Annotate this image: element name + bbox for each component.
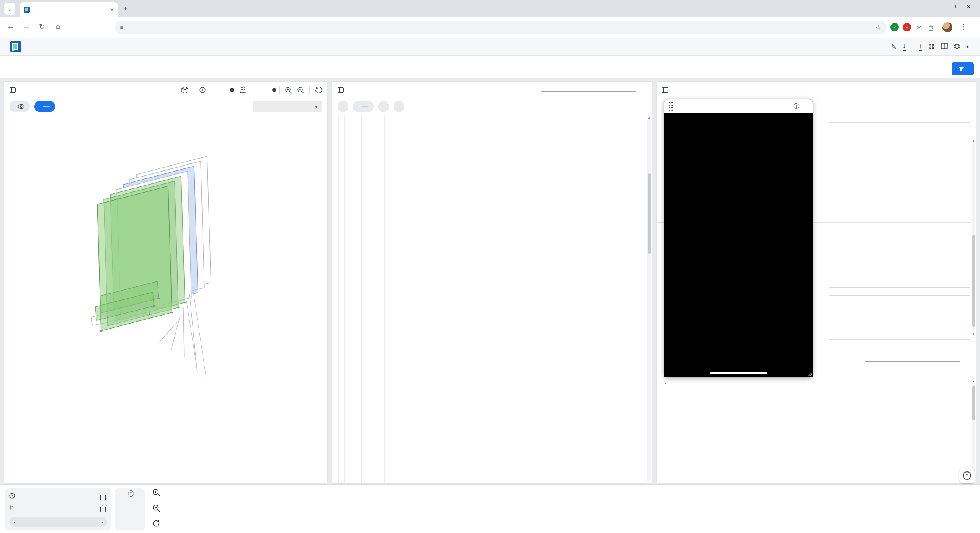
profile-avatar[interactable]: [942, 22, 952, 32]
overlay-titlebar[interactable]: ⓘ —: [664, 99, 813, 113]
timeline-filter-card: ⌃: [115, 488, 145, 530]
browser-tabstrip: ⌄ ✕ + ─ ❒ ✕: [0, 0, 980, 17]
hierarchy-tree: [332, 115, 648, 483]
displays-select[interactable]: ▼: [253, 101, 322, 112]
extensions-puzzle-icon[interactable]: [927, 23, 936, 31]
window-controls[interactable]: ─ ❒ ✕: [938, 4, 975, 10]
properties-tree: ▾: [657, 377, 973, 483]
human-time-row[interactable]: [9, 490, 107, 502]
filter-presets-button[interactable]: [952, 62, 974, 75]
scroll-to-top-button[interactable]: ⌃: [959, 468, 975, 483]
rotation-slider[interactable]: [211, 90, 235, 90]
spacing-slider[interactable]: [251, 90, 274, 90]
color-group: [829, 244, 970, 288]
next-frame-icon[interactable]: ›: [101, 519, 103, 525]
download-icon[interactable]: ↓: [903, 43, 906, 51]
bookmark-star-icon[interactable]: ☆: [875, 24, 881, 32]
properties-tree-scrollbar-thumb[interactable]: [972, 386, 975, 420]
layers-controls: ▼: [4, 98, 327, 114]
scroll-up-arrow[interactable]: ▲: [972, 139, 975, 142]
documentation-book-icon[interactable]: [941, 43, 948, 51]
destination-frame-group: [829, 188, 970, 213]
edit-pencil-icon[interactable]: ✎: [891, 43, 896, 51]
info-icon[interactable]: ⓘ: [794, 103, 799, 110]
winscope-favicon: [24, 7, 30, 13]
shortcuts-icon[interactable]: ⌘: [928, 43, 935, 51]
ignore-toggle[interactable]: [10, 101, 30, 112]
show-only-toggle[interactable]: [34, 101, 55, 112]
report-bug-icon[interactable]: [954, 43, 960, 51]
show-only-toggle[interactable]: [353, 101, 374, 112]
app-header: ✎ ↓ ↑ ⌘ ◐: [0, 38, 980, 56]
ns-time-row[interactable]: ⚐: [9, 502, 107, 513]
home-indicator: [710, 372, 767, 374]
main-content: ▼: [0, 78, 980, 484]
properties-search-input[interactable]: [865, 359, 960, 362]
forward-icon[interactable]: →: [23, 22, 30, 31]
screenshot-overlay-window[interactable]: ⓘ —: [664, 99, 813, 377]
hierarchy-scrollbar-thumb[interactable]: [648, 173, 651, 254]
filter-icon: [959, 67, 964, 71]
collapse-filter-icon[interactable]: ⌃: [128, 490, 134, 497]
properties-tree-root[interactable]: ▾: [657, 377, 973, 389]
collapse-panel-icon[interactable]: [662, 87, 668, 93]
new-tab-button[interactable]: +: [123, 5, 128, 12]
resize-grip-icon[interactable]: [807, 372, 812, 376]
layers-panel-header: [4, 82, 327, 98]
scroll-down-arrow[interactable]: ▼: [972, 332, 975, 336]
browser-toolbar: ← → ↻ ⌂ ⩨ ☆ ✓ » ✂ ⋮: [0, 17, 980, 38]
rotation-icon: [199, 87, 206, 93]
reset-view-icon[interactable]: [315, 87, 322, 94]
browser-tab[interactable]: ✕: [20, 2, 118, 17]
scroll-up-arrow[interactable]: ▲: [647, 116, 651, 119]
collapse-panel-icon[interactable]: [10, 87, 16, 93]
tab-search-button[interactable]: ⌄: [4, 3, 15, 15]
address-bar[interactable]: ⩨ ☆: [115, 21, 887, 34]
minimize-icon[interactable]: —: [803, 103, 808, 110]
home-icon[interactable]: ⌂: [56, 22, 60, 31]
hierarchy-filter-chips: [332, 98, 652, 114]
extension-icon-red[interactable]: »: [903, 23, 911, 31]
theme-toggle-icon[interactable]: ◐: [966, 43, 970, 51]
drag-handle-icon[interactable]: [669, 102, 673, 111]
timeline-canvas[interactable]: [167, 485, 980, 533]
prev-frame-icon[interactable]: ‹: [14, 519, 15, 525]
timeline-bar: ⚐ ‹ › ⌃: [0, 484, 980, 533]
reload-icon[interactable]: ↻: [39, 22, 45, 31]
back-icon[interactable]: ←: [7, 22, 14, 31]
browser-menu-icon[interactable]: ⋮: [960, 22, 967, 31]
winscope-logo: [10, 41, 21, 52]
zoom-in-icon[interactable]: [285, 87, 292, 94]
layers-panel: ▼: [4, 81, 328, 484]
timeline-reset-zoom-icon[interactable]: [152, 520, 160, 529]
zoom-out-icon[interactable]: [297, 87, 304, 94]
hierarchy-search-input[interactable]: [541, 89, 636, 92]
device-screenshot: [664, 113, 813, 377]
extension-icon-green[interactable]: ✓: [890, 23, 899, 31]
tab-close-icon[interactable]: ✕: [110, 7, 114, 13]
show-diff-toggle[interactable]: [338, 101, 348, 112]
simplify-names-toggle[interactable]: [378, 101, 389, 112]
timeline-zoom-out-icon[interactable]: [152, 504, 160, 514]
frame-step-control: ‹ ›: [9, 517, 107, 527]
3d-view-cube-icon[interactable]: [181, 86, 189, 94]
site-settings-icon[interactable]: ⩨: [120, 25, 123, 31]
layers-3d-canvas[interactable]: [4, 115, 327, 483]
timeline-zoom-in-icon[interactable]: [152, 489, 160, 498]
visibility-badge: [43, 106, 50, 107]
tree-indent-guides: [333, 115, 394, 483]
scroll-up-arrow[interactable]: ▲: [972, 379, 975, 383]
upload-icon[interactable]: ↑: [919, 43, 922, 51]
visibility-badge: [361, 106, 368, 107]
layer-spacing-icon: [240, 87, 246, 93]
chevron-down-icon: ▼: [314, 105, 318, 109]
copy-icon[interactable]: [102, 505, 107, 510]
hierarchy-panel-header: [332, 82, 652, 98]
collapse-panel-icon[interactable]: [338, 87, 344, 93]
clock-icon: [9, 493, 15, 500]
copy-icon[interactable]: [102, 494, 107, 499]
extension-icon-scissors[interactable]: ✂: [915, 23, 923, 31]
properties-panel: ▲ ▼ ▾ ▲ ⓘ: [656, 81, 976, 484]
properties-scrollbar-thumb[interactable]: [972, 235, 975, 327]
flat-toggle[interactable]: [394, 101, 404, 112]
